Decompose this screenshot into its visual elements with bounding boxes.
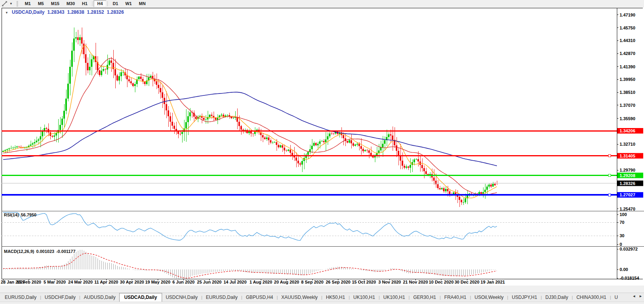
chart-title[interactable]: ▼USDCAD,Daily1.283431.286381.281521.2832… (4, 9, 124, 15)
tab-u[interactable]: U (611, 293, 622, 301)
macd-name: MACD(12,26,9) (4, 249, 34, 254)
macd-main-value: 0.001023 (36, 249, 54, 254)
tab-usdcnh-daily[interactable]: USDCNH,Daily (162, 293, 201, 301)
price-tick-1.29790: 1.29790 (620, 168, 635, 172)
tab-eurusd-daily[interactable]: EURUSD,Daily (202, 293, 241, 301)
tab-usdjpy-h1[interactable]: USDJPY,H1 (508, 293, 541, 301)
price-tick-1.44310: 1.44310 (620, 38, 635, 43)
date-label: 14 Jul 2020 (223, 280, 247, 284)
price-tick-1.41390: 1.41390 (620, 64, 635, 69)
tab-uk100-h1[interactable]: UK100,H1 (350, 293, 378, 301)
hline-price-text-1.27027: 1.27027 (620, 192, 635, 197)
tab-usdchf-daily[interactable]: USDCHF,Daily (41, 293, 79, 301)
rsi-name: RSI(14) (4, 212, 19, 217)
timeframe-toolbar: ▼ M1M5M15M30H1H4D1W1MN (0, 0, 644, 7)
bottom-strip (0, 302, 644, 304)
tab-scroll-left-icon[interactable]: ◄ (632, 294, 636, 298)
tab-scroll-arrows: ◄ ► (630, 294, 642, 298)
timeframe-h4[interactable]: H4 (94, 0, 106, 7)
date-axis: 28 Jan 202015 Feb 20205 Mar 202024 Mar 2… (1, 279, 505, 284)
hline-price-text-1.31405: 1.31405 (620, 154, 635, 158)
timeframe-w1[interactable]: W1 (122, 0, 135, 7)
date-label: 19 May 2020 (145, 280, 170, 284)
date-label: 15 Feb 2020 (17, 280, 41, 284)
hline-handle[interactable] (608, 155, 611, 157)
price-tick-1.38510: 1.38510 (620, 90, 635, 95)
macd-signal-value: -0.001177 (56, 249, 76, 254)
date-label: 11 Apr 2020 (94, 280, 118, 284)
chart-dropdown-icon[interactable]: ▼ (5, 11, 8, 15)
date-label: 30 Dec 2020 (455, 280, 480, 284)
ohlc-close: 1.28326 (107, 9, 124, 15)
tab-fra40-h1[interactable]: FRA40,H1 (441, 293, 470, 301)
rsi-scale-100: 100 (620, 212, 627, 217)
hline-handle[interactable] (608, 174, 611, 177)
hline-handle[interactable] (608, 194, 611, 196)
tab-scroll-right-icon[interactable]: ► (639, 294, 642, 298)
current-price-text: 1.28326 (620, 181, 635, 186)
tab-china300-h1[interactable]: CHINA300,H1 (573, 293, 610, 301)
tab-usoil-weekly[interactable]: USOil,Weekly (471, 293, 507, 301)
date-label: 19 Jan 2021 (481, 280, 505, 284)
timeframe-h1[interactable]: H1 (78, 0, 91, 7)
chart-background (0, 7, 644, 286)
timeframe-m30[interactable]: M30 (63, 0, 78, 7)
timeframe-d1[interactable]: D1 (109, 0, 122, 7)
price-tick-1.32710: 1.32710 (620, 142, 635, 147)
timeframe-m15[interactable]: M15 (47, 0, 63, 7)
tab-audusd-daily[interactable]: AUDUSD,Daily (80, 293, 119, 301)
date-label: 21 Nov 2020 (403, 280, 428, 284)
date-label: 15 Oct 2020 (352, 280, 376, 284)
macd-scale-0.00: 0.00 (620, 267, 628, 272)
mt4-window: { "toolbar": { "timeframes": ["M1","M5",… (0, 0, 644, 304)
timeframe-m5[interactable]: M5 (34, 0, 47, 7)
tab-uk100-h1[interactable]: UK100,H1 (380, 293, 408, 301)
tab-eurusd-daily[interactable]: EURUSD,Daily (1, 293, 40, 301)
rsi-indicator-label: RSI(14)56.7950 (4, 212, 39, 217)
ohlc-high: 1.28638 (67, 9, 84, 15)
macd-scale-0.032972: 0.032972 (620, 247, 638, 251)
price-tick-1.25470: 1.25470 (620, 207, 635, 211)
date-label: 25 Jun 2020 (197, 280, 221, 284)
date-label: 8 Sep 2020 (301, 280, 324, 284)
macd-scale--0.018154: -0.018154 (620, 276, 639, 280)
date-label: 6 Jun 2020 (172, 280, 194, 284)
chart-canvas[interactable]: 1.471901.457501.443101.428701.413901.399… (0, 0, 644, 293)
tab-hk50-h1[interactable]: HK50,H1 (322, 293, 349, 301)
date-label: 5 Mar 2020 (44, 280, 66, 284)
date-label: 20 Aug 2020 (274, 280, 299, 284)
date-label: 26 Sep 2020 (326, 280, 351, 284)
price-tick-1.42870: 1.42870 (620, 51, 635, 56)
price-tick-1.35590: 1.35590 (620, 116, 635, 121)
rsi-scale-70: 70 (620, 220, 624, 225)
line-tool-icon[interactable] (2, 1, 7, 7)
rsi-value: 56.7950 (21, 212, 37, 217)
price-tick-1.47190: 1.47190 (620, 13, 635, 17)
tab-ger30-h1[interactable]: GER30,H1 (410, 293, 439, 301)
price-tick-1.37070: 1.37070 (620, 103, 635, 108)
tab-usdcad-daily[interactable]: USDCAD,Daily (119, 293, 162, 302)
ohlc-low: 1.28152 (87, 9, 104, 15)
tab-dj30-daily[interactable]: DJ30,Daily (542, 293, 572, 301)
date-label: 30 Apr 2020 (120, 280, 144, 284)
timeframe-buttons: M1M5M15M30H1H4D1W1MN (21, 0, 149, 7)
symbol-tabbar: EURUSD,Daily|USDCHF,Daily|AUDUSD,DailyUS… (0, 293, 644, 302)
date-label: 10 Dec 2020 (429, 280, 454, 284)
toolbar-separator (92, 1, 92, 6)
price-tick-1.45750: 1.45750 (620, 26, 635, 30)
hline-price-text-1.29208: 1.29208 (620, 173, 635, 178)
hline-price-text-1.34206: 1.34206 (620, 128, 635, 133)
tab-xauusd-weekly[interactable]: XAUUSD,Weekly (278, 293, 321, 301)
chart-symbol-label: USDCAD,Daily (12, 9, 44, 15)
date-label: 3 Nov 2020 (378, 280, 401, 284)
tab-gbpusd-h4[interactable]: GBPUSD,H4 (242, 293, 277, 301)
macd-indicator-label: MACD(12,26,9)0.001023-0.001177 (4, 249, 78, 254)
line-tool-dropdown-icon[interactable]: ▼ (9, 2, 13, 5)
timeframe-mn[interactable]: MN (135, 0, 149, 7)
date-label: 1 Aug 2020 (249, 280, 272, 284)
rsi-scale-30: 30 (620, 233, 624, 238)
price-tick-1.39950: 1.39950 (620, 77, 635, 82)
toolbar-grip[interactable] (17, 1, 18, 6)
rsi-scale-0: 0 (620, 242, 622, 247)
timeframe-m1[interactable]: M1 (21, 0, 34, 7)
